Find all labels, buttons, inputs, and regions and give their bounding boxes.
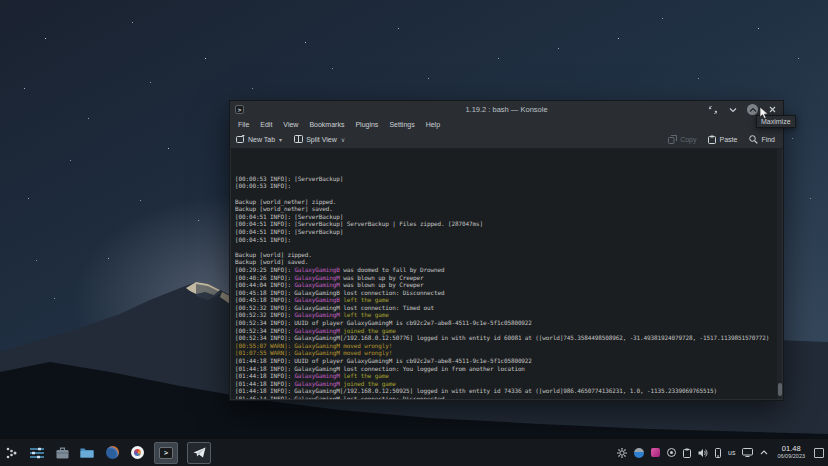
terminal-log-line: [00:00:53 INFO]: [ServerBackup]: [235, 175, 782, 183]
clock-time: 01.48: [777, 445, 805, 453]
steam-icon[interactable]: [634, 448, 644, 458]
terminal-log-line: [01:44:18 INFO]: GalaxyGamingM lost conn…: [235, 365, 782, 373]
terminal-log-line: [01:07:55 WARN]: GalaxyGamingM moved wro…: [235, 349, 782, 357]
terminal-output[interactable]: [00:00:53 INFO]: [ServerBackup][00:00:53…: [231, 149, 782, 399]
terminal-scrollbar[interactable]: [777, 149, 782, 399]
new-tab-button[interactable]: New Tab ▾: [236, 135, 282, 143]
window-title: 1.19.2 : bash — Konsole: [230, 105, 783, 114]
terminal-log-line: [00:45:18 INFO]: GalaxyGamingB left the …: [235, 296, 782, 304]
terminal-log-line: [00:04:51 INFO]: [ServerBackup] ServerBa…: [235, 220, 782, 228]
minimize-icon[interactable]: [727, 104, 738, 115]
screen-layout-icon[interactable]: [742, 448, 753, 457]
menu-bar: File Edit View Bookmarks Plugins Setting…: [230, 118, 783, 130]
task-konsole[interactable]: >: [154, 442, 178, 464]
firefox-icon[interactable]: [104, 445, 120, 461]
konsole-window: > 1.19.2 : bash — Konsole File Edit: [229, 100, 784, 401]
terminal-log-line: [00:29:25 INFO]: GalaxyGamingB was doome…: [235, 266, 782, 274]
konsole-app-icon: >: [235, 105, 244, 114]
desktop: > 1.19.2 : bash — Konsole File Edit: [0, 0, 828, 466]
terminal-log-line: [00:45:18 INFO]: GalaxyGamingB lost conn…: [235, 289, 782, 297]
terminal-log-line: [00:52:34 INFO]: GalaxyGamingM joined th…: [235, 327, 782, 335]
media-pink-icon[interactable]: [651, 448, 660, 457]
terminal-log-line: [00:52:32 INFO]: GalaxyGamingM lost conn…: [235, 304, 782, 312]
app-circle-icon[interactable]: [129, 445, 145, 461]
new-tab-caret-icon: ▾: [279, 136, 282, 143]
maximize-icon[interactable]: [747, 104, 758, 115]
clipboard-icon[interactable]: [683, 448, 691, 458]
terminal-log-line: [01:44:18 INFO]: GalaxyGamingM joined th…: [235, 380, 782, 388]
clock[interactable]: 01.48 06/09/2023: [777, 445, 805, 460]
terminal-log-line: [00:52:34 INFO]: GalaxyGamingM[/192.168.…: [235, 334, 782, 342]
terminal-log-line: [00:04:51 INFO]: [ServerBackup]: [235, 213, 782, 221]
terminal-log-line: [01:44:18 INFO]: UUID of player GalaxyGa…: [235, 357, 782, 365]
app-launcher-icon[interactable]: [4, 445, 20, 461]
copy-icon: [668, 135, 677, 144]
menu-file[interactable]: File: [238, 121, 249, 128]
terminal-log-line: [00:44:04 INFO]: GalaxyGamingM was blown…: [235, 281, 782, 289]
split-view-caret-icon: ∨: [341, 136, 345, 143]
find-icon: [749, 135, 758, 144]
telegram-paper-plane-icon: [193, 447, 206, 458]
terminal-log-line: [00:04:51 INFO]: [ServerBackup]: [235, 228, 782, 236]
toolbar: New Tab ▾ Split View ∨ Copy Paste Find: [230, 130, 783, 149]
expand-caret-icon[interactable]: [760, 450, 768, 455]
new-tab-icon: [236, 135, 245, 143]
konsole-task-icon: >: [159, 447, 173, 459]
menu-settings[interactable]: Settings: [389, 121, 414, 128]
split-view-button[interactable]: Split View ∨: [294, 135, 345, 143]
terminal-log-line: [235, 243, 782, 251]
clock-date: 06/09/2023: [777, 454, 805, 460]
keyboard-layout-indicator[interactable]: us: [728, 449, 735, 456]
paste-button[interactable]: Paste: [708, 135, 737, 144]
terminal-log-line: [00:40:26 INFO]: GalaxyGamingM was blown…: [235, 274, 782, 282]
menu-view[interactable]: View: [283, 121, 298, 128]
terminal-scrollbar-thumb[interactable]: [778, 383, 782, 396]
menu-plugins[interactable]: Plugins: [355, 121, 378, 128]
find-button[interactable]: Find: [749, 135, 775, 144]
mouse-cursor: [759, 107, 770, 120]
restore-icon[interactable]: [707, 104, 718, 115]
split-view-icon: [294, 135, 303, 143]
taskbar: >: [0, 438, 828, 466]
paste-icon: [708, 135, 716, 144]
titlebar[interactable]: > 1.19.2 : bash — Konsole: [230, 101, 783, 118]
terminal-log-line: [00:52:34 INFO]: UUID of player GalaxyGa…: [235, 319, 782, 327]
copy-button[interactable]: Copy: [668, 135, 696, 144]
show-desktop-button[interactable]: [814, 448, 824, 458]
terminal-log-line: [00:52:32 INFO]: GalaxyGamingM left the …: [235, 311, 782, 319]
terminal-log-line: [00:04:51 INFO]:: [235, 236, 782, 244]
terminal-log-line: [01:44:18 INFO]: GalaxyGamingM left the …: [235, 372, 782, 380]
terminal-log-line: [235, 190, 782, 198]
menu-bookmarks[interactable]: Bookmarks: [309, 121, 344, 128]
terminal-log-line: Backup [world_nether] zipped.: [235, 198, 782, 206]
menu-help[interactable]: Help: [426, 121, 440, 128]
terminal-log-line: [00:00:53 INFO]:: [235, 182, 782, 190]
file-manager-icon[interactable]: [79, 445, 95, 461]
terminal-log-line: [01:44:18 INFO]: GalaxyGamingM[/192.168.…: [235, 387, 782, 395]
volume-icon[interactable]: [698, 448, 708, 458]
terminal-log-line: Backup [world_nether] saved.: [235, 205, 782, 213]
gear-icon[interactable]: [617, 448, 627, 458]
terminal-log-line: Backup [world] saved.: [235, 258, 782, 266]
task-telegram[interactable]: [187, 442, 211, 464]
terminal-log-line: [01:46:14 INFO]: GalaxyGamingM lost conn…: [235, 395, 782, 399]
record-icon[interactable]: [667, 448, 676, 457]
terminal-log-line: Backup [world] zipped.: [235, 251, 782, 259]
phone-icon[interactable]: [715, 448, 721, 458]
menu-edit[interactable]: Edit: [260, 121, 272, 128]
briefcase-icon[interactable]: [54, 445, 70, 461]
system-settings-icon[interactable]: [29, 445, 45, 461]
terminal-log-line: [00:55:07 WARN]: GalaxyGamingM moved wro…: [235, 342, 782, 350]
